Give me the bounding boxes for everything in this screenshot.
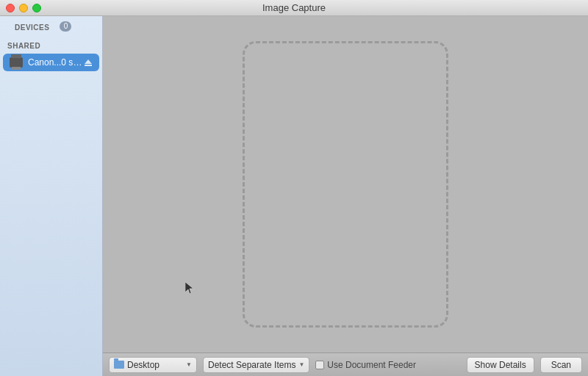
traffic-lights xyxy=(6,4,41,12)
device-name: Canon...0 series xyxy=(28,57,83,68)
cursor-indicator xyxy=(185,282,194,295)
window-title: Image Capture xyxy=(262,2,326,13)
maximize-button[interactable] xyxy=(32,4,41,12)
svg-marker-0 xyxy=(185,282,193,294)
bottom-toolbar: Desktop ▼ Detect Separate Items ▼ Use Do… xyxy=(103,352,588,376)
devices-section-header: DEVICES 0 xyxy=(0,16,102,37)
detect-chevron-icon: ▼ xyxy=(298,361,304,368)
scan-area xyxy=(103,16,588,352)
folder-icon xyxy=(114,361,124,369)
main-container: DEVICES 0 SHARED Canon...0 series xyxy=(0,16,588,376)
content-area: Desktop ▼ Detect Separate Items ▼ Use Do… xyxy=(103,16,588,376)
scan-label: Scan xyxy=(551,360,571,370)
doc-feeder-row: Use Document Feeder xyxy=(315,360,416,370)
detect-items-label: Detect Separate Items xyxy=(208,360,295,370)
show-details-label: Show Details xyxy=(475,360,526,370)
devices-label: DEVICES xyxy=(7,18,57,35)
title-bar: Image Capture xyxy=(0,0,588,16)
eject-icon[interactable] xyxy=(83,57,93,68)
detect-items-dropdown[interactable]: Detect Separate Items ▼ xyxy=(203,357,309,373)
close-button[interactable] xyxy=(6,4,15,12)
folder-chevron-icon: ▼ xyxy=(186,361,192,368)
sidebar: DEVICES 0 SHARED Canon...0 series xyxy=(0,16,103,376)
devices-badge: 0 xyxy=(60,21,71,32)
shared-label: SHARED xyxy=(0,37,102,53)
printer-icon xyxy=(9,57,24,68)
show-details-button[interactable]: Show Details xyxy=(467,357,534,373)
doc-feeder-checkbox[interactable] xyxy=(315,361,324,369)
save-location-selector[interactable]: Desktop ▼ xyxy=(109,357,197,373)
scan-region xyxy=(243,41,448,328)
sidebar-item-printer[interactable]: Canon...0 series xyxy=(3,54,99,71)
doc-feeder-label: Use Document Feeder xyxy=(327,360,416,370)
scan-button[interactable]: Scan xyxy=(540,357,582,373)
folder-label: Desktop xyxy=(127,360,183,370)
minimize-button[interactable] xyxy=(19,4,28,12)
